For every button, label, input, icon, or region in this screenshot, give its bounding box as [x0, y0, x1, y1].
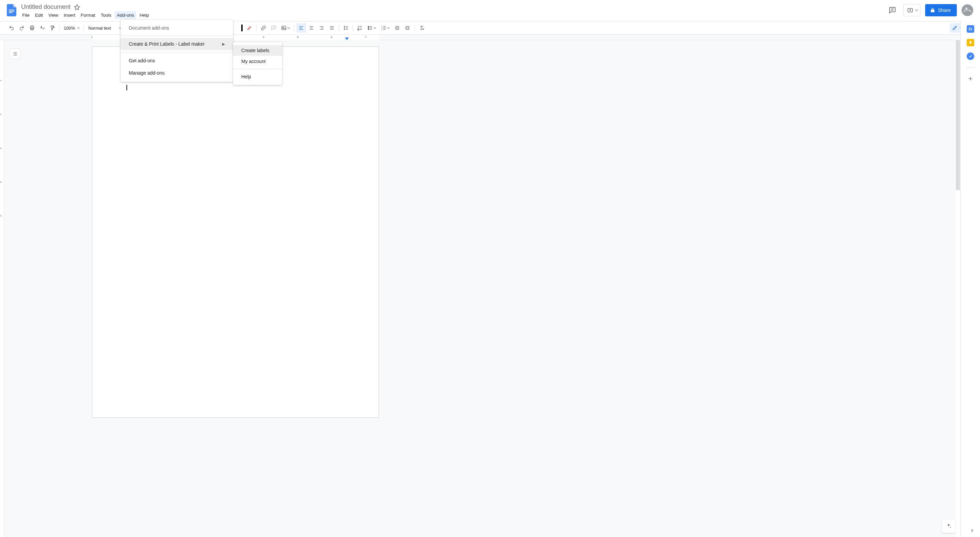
- clear-format-button[interactable]: [417, 23, 426, 33]
- image-button[interactable]: [279, 23, 292, 33]
- menu-view[interactable]: View: [46, 11, 60, 19]
- styles-select[interactable]: Normal text: [86, 23, 124, 33]
- submenu-create-labels[interactable]: Create labels: [233, 45, 282, 56]
- keep-icon[interactable]: [967, 39, 974, 46]
- checklist-button[interactable]: [355, 23, 364, 33]
- menu-addons[interactable]: Add-ons: [115, 11, 136, 19]
- ruler-num: 1: [91, 35, 93, 39]
- doc-title[interactable]: Untitled document: [20, 3, 72, 11]
- align-right-button[interactable]: [317, 23, 326, 33]
- avatar[interactable]: [962, 5, 973, 16]
- text-caret: [126, 85, 127, 90]
- ruler-num: 7: [365, 35, 367, 39]
- chevron-down-icon: [387, 27, 390, 29]
- dropdown-header: Document add-ons: [121, 22, 233, 33]
- submenu-arrow-icon: ▶: [222, 42, 225, 46]
- line-spacing-button[interactable]: [341, 23, 351, 33]
- chevron-down-icon: [915, 9, 918, 11]
- bulleted-list-button[interactable]: [365, 23, 378, 33]
- vertical-ruler[interactable]: 1 2 3 4 5: [0, 40, 4, 537]
- dropdown-item-label: Get add-ons: [129, 58, 155, 64]
- addons-dropdown: Document add-ons Create & Print Labels -…: [121, 20, 233, 82]
- svg-point-35: [368, 28, 369, 29]
- comments-button[interactable]: [886, 4, 899, 16]
- indent-decrease-button[interactable]: [393, 23, 402, 33]
- present-button[interactable]: [903, 4, 920, 16]
- calendar-icon[interactable]: 31: [967, 25, 974, 33]
- chevron-down-icon: [77, 27, 80, 29]
- right-indent-marker[interactable]: [345, 38, 349, 40]
- scrollbar-thumb[interactable]: [956, 40, 960, 190]
- redo-button[interactable]: [17, 23, 27, 33]
- svg-rect-13: [282, 26, 286, 30]
- print-button[interactable]: [27, 23, 37, 33]
- svg-point-7: [965, 8, 967, 10]
- menu-help[interactable]: Help: [137, 11, 151, 19]
- align-left-button[interactable]: [296, 23, 306, 33]
- page[interactable]: [92, 46, 379, 418]
- comment-add-button[interactable]: [269, 23, 278, 33]
- svg-rect-1: [9, 11, 14, 11]
- dropdown-item-get-addons[interactable]: Get add-ons: [121, 54, 233, 67]
- ruler-num: 5: [297, 35, 299, 39]
- highlight-button[interactable]: [245, 23, 254, 33]
- addons-submenu: Create labels My account Help: [233, 42, 282, 85]
- outline-toggle[interactable]: [10, 48, 21, 59]
- svg-rect-2: [9, 12, 12, 13]
- indent-increase-button[interactable]: [403, 23, 412, 33]
- ruler-num: 6: [331, 35, 332, 39]
- svg-rect-32: [358, 29, 359, 30]
- spellcheck-button[interactable]: [38, 23, 47, 33]
- dropdown-item-manage-addons[interactable]: Manage add-ons: [121, 67, 233, 79]
- titlebar: Untitled document File Edit View Insert …: [0, 0, 980, 21]
- menubar: File Edit View Insert Format Tools Add-o…: [20, 11, 151, 19]
- add-addon-icon[interactable]: [967, 75, 974, 82]
- svg-point-34: [368, 26, 369, 27]
- svg-point-36: [368, 29, 369, 30]
- svg-rect-0: [9, 10, 14, 10]
- docs-logo[interactable]: [5, 3, 18, 17]
- chevron-down-icon: [374, 27, 376, 29]
- menu-insert[interactable]: Insert: [61, 11, 78, 19]
- scrollbar[interactable]: [956, 40, 960, 537]
- tasks-icon[interactable]: [967, 52, 974, 60]
- menu-file[interactable]: File: [20, 11, 32, 19]
- align-justify-button[interactable]: [327, 23, 337, 33]
- chevron-down-icon: [287, 27, 290, 29]
- submenu-help[interactable]: Help: [233, 71, 282, 82]
- pencil-icon: [952, 25, 958, 31]
- svg-text:3: 3: [382, 29, 383, 31]
- dropdown-item-label: Manage add-ons: [129, 70, 165, 76]
- workspace: 1 2 3 4 5: [0, 40, 960, 537]
- menu-format[interactable]: Format: [78, 11, 98, 19]
- side-panel: 31: [960, 21, 980, 537]
- dropdown-item-labelmaker[interactable]: Create & Print Labels - Label maker ▶: [121, 38, 233, 50]
- dropdown-item-label: Create & Print Labels - Label maker: [129, 41, 205, 47]
- share-button[interactable]: Share: [925, 4, 957, 16]
- lock-icon: [930, 8, 935, 13]
- zoom-select[interactable]: 100%: [62, 23, 82, 33]
- undo-button[interactable]: [7, 23, 16, 33]
- text-color-swatch[interactable]: [241, 25, 243, 31]
- ruler-num: 4: [263, 35, 264, 39]
- menu-edit[interactable]: Edit: [33, 11, 45, 19]
- paint-format-button[interactable]: [48, 23, 57, 33]
- menu-tools[interactable]: Tools: [99, 11, 114, 19]
- submenu-my-account[interactable]: My account: [233, 56, 282, 67]
- share-label: Share: [938, 8, 951, 13]
- explore-button[interactable]: [942, 519, 956, 533]
- hide-sidepanel-button[interactable]: [970, 529, 974, 532]
- numbered-list-button[interactable]: 123: [379, 23, 392, 33]
- link-button[interactable]: [259, 23, 268, 33]
- star-icon[interactable]: [74, 4, 80, 10]
- svg-rect-63: [970, 43, 971, 44]
- align-center-button[interactable]: [307, 23, 316, 33]
